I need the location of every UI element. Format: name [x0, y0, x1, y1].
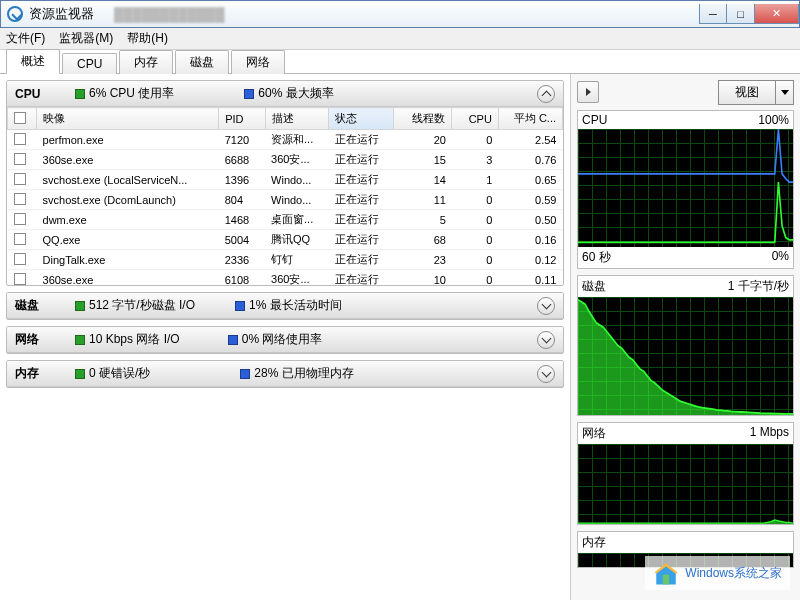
cpu-chart-max: 100% [758, 113, 789, 127]
table-row[interactable]: 360se.exe6108360安...正在运行1000.11 [8, 270, 563, 286]
col-pid[interactable]: PID [219, 108, 265, 130]
cell-status: 正在运行 [329, 190, 394, 210]
cell-cpu: 0 [452, 250, 498, 270]
cell-cpu: 0 [452, 210, 498, 230]
memory-section-header[interactable]: 内存 0 硬错误/秒 28% 已用物理内存 [7, 361, 563, 387]
cell-status: 正在运行 [329, 130, 394, 150]
house-icon [653, 560, 679, 586]
tab-cpu[interactable]: CPU [62, 53, 117, 74]
right-pane: 视图 CPU100% 60 秒0% 磁盘1 千字节/秒 网络1 Mbps 内存 [570, 74, 800, 600]
expand-toggle[interactable] [537, 297, 555, 315]
net-usage-label: 0% 网络使用率 [242, 331, 323, 348]
row-checkbox[interactable] [14, 193, 26, 205]
cell-threads: 10 [394, 270, 452, 286]
process-table: 映像 PID 描述 状态 线程数 CPU 平均 C... perfmon.exe… [7, 107, 563, 285]
table-row[interactable]: 360se.exe6688360安...正在运行1530.76 [8, 150, 563, 170]
col-desc[interactable]: 描述 [265, 108, 329, 130]
expand-toggle[interactable] [537, 365, 555, 383]
checkbox-all[interactable] [14, 112, 26, 124]
cell-threads: 5 [394, 210, 452, 230]
view-dropdown[interactable] [776, 80, 794, 105]
expand-toggle[interactable] [537, 331, 555, 349]
maximize-button[interactable]: □ [727, 4, 755, 24]
network-section-header[interactable]: 网络 10 Kbps 网络 I/O 0% 网络使用率 [7, 327, 563, 353]
tab-overview[interactable]: 概述 [6, 49, 60, 74]
menu-help[interactable]: 帮助(H) [127, 30, 168, 47]
cell-cpu: 0 [452, 270, 498, 286]
cell-status: 正在运行 [329, 230, 394, 250]
cell-pid: 804 [219, 190, 265, 210]
cpu-chart: CPU100% 60 秒0% [577, 110, 794, 269]
row-checkbox[interactable] [14, 153, 26, 165]
tab-disk[interactable]: 磁盘 [175, 50, 229, 74]
cell-desc: Windo... [265, 190, 329, 210]
minimize-button[interactable]: ─ [699, 4, 727, 24]
cell-image: svchost.exe (LocalServiceN... [37, 170, 219, 190]
row-checkbox[interactable] [14, 213, 26, 225]
table-row[interactable]: QQ.exe5004腾讯QQ正在运行6800.16 [8, 230, 563, 250]
cell-threads: 68 [394, 230, 452, 250]
cell-pid: 5004 [219, 230, 265, 250]
net-chart-label: 网络 [582, 425, 606, 442]
cpu-chart-xright: 0% [772, 249, 789, 266]
table-row[interactable]: perfmon.exe7120资源和...正在运行2002.54 [8, 130, 563, 150]
menu-monitor[interactable]: 监视器(M) [59, 30, 113, 47]
green-square-icon [75, 335, 85, 345]
table-row[interactable]: svchost.exe (LocalServiceN...1396Windo..… [8, 170, 563, 190]
cell-avg: 0.16 [498, 230, 562, 250]
window-title: 资源监视器 [29, 5, 94, 23]
menubar: 文件(F) 监视器(M) 帮助(H) [0, 28, 800, 50]
cell-desc: 腾讯QQ [265, 230, 329, 250]
nav-forward-button[interactable] [577, 81, 599, 103]
blue-square-icon [235, 301, 245, 311]
disk-active-label: 1% 最长活动时间 [249, 297, 342, 314]
table-row[interactable]: dwm.exe1468桌面窗...正在运行500.50 [8, 210, 563, 230]
tab-memory[interactable]: 内存 [119, 50, 173, 74]
row-checkbox[interactable] [14, 173, 26, 185]
tab-network[interactable]: 网络 [231, 50, 285, 74]
cpu-section: CPU 6% CPU 使用率 60% 最大频率 映像 PID 描述 状态 线程数… [6, 80, 564, 286]
col-image[interactable]: 映像 [37, 108, 219, 130]
disk-section-header[interactable]: 磁盘 512 字节/秒磁盘 I/O 1% 最长活动时间 [7, 293, 563, 319]
table-row[interactable]: DingTalk.exe2336钉钉正在运行2300.12 [8, 250, 563, 270]
table-row[interactable]: svchost.exe (DcomLaunch)804Windo...正在运行1… [8, 190, 563, 210]
cpu-section-header[interactable]: CPU 6% CPU 使用率 60% 最大频率 [7, 81, 563, 107]
cell-status: 正在运行 [329, 210, 394, 230]
left-pane: CPU 6% CPU 使用率 60% 最大频率 映像 PID 描述 状态 线程数… [0, 74, 570, 600]
col-status[interactable]: 状态 [329, 108, 394, 130]
cell-avg: 2.54 [498, 130, 562, 150]
cell-status: 正在运行 [329, 170, 394, 190]
disk-section-title: 磁盘 [15, 297, 65, 314]
cell-cpu: 3 [452, 150, 498, 170]
cell-pid: 6108 [219, 270, 265, 286]
col-threads[interactable]: 线程数 [394, 108, 452, 130]
green-square-icon [75, 301, 85, 311]
cell-image: 360se.exe [37, 150, 219, 170]
row-checkbox[interactable] [14, 133, 26, 145]
titlebar[interactable]: 资源监视器 ████████████ ─ □ ✕ [0, 0, 800, 28]
cpu-maxfreq-label: 60% 最大频率 [258, 85, 333, 102]
cell-avg: 0.65 [498, 170, 562, 190]
cell-image: 360se.exe [37, 270, 219, 286]
cell-avg: 0.11 [498, 270, 562, 286]
row-checkbox[interactable] [14, 233, 26, 245]
collapse-toggle[interactable] [537, 85, 555, 103]
col-avgcpu[interactable]: 平均 C... [498, 108, 562, 130]
view-button[interactable]: 视图 [718, 80, 776, 105]
cell-avg: 0.50 [498, 210, 562, 230]
blue-square-icon [244, 89, 254, 99]
cell-avg: 0.12 [498, 250, 562, 270]
col-cpu[interactable]: CPU [452, 108, 498, 130]
close-button[interactable]: ✕ [755, 4, 799, 24]
cell-image: DingTalk.exe [37, 250, 219, 270]
row-checkbox[interactable] [14, 253, 26, 265]
row-checkbox[interactable] [14, 273, 26, 285]
menu-file[interactable]: 文件(F) [6, 30, 45, 47]
cell-pid: 6688 [219, 150, 265, 170]
app-icon [7, 6, 23, 22]
cpu-section-title: CPU [15, 87, 65, 101]
cell-pid: 7120 [219, 130, 265, 150]
cell-cpu: 0 [452, 190, 498, 210]
network-section-title: 网络 [15, 331, 65, 348]
green-square-icon [75, 89, 85, 99]
